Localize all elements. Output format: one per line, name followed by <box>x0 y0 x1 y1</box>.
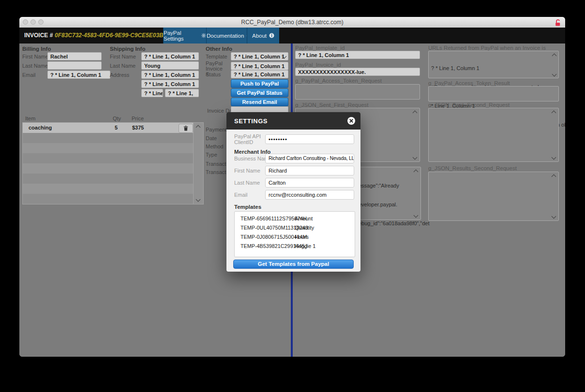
info-icon <box>269 33 274 38</box>
json-sent-first-label: g_JSON_Sent_First_Request <box>295 102 369 108</box>
shipping-last-name-field[interactable]: Young <box>141 61 199 70</box>
item-price-cell: $375 <box>132 125 144 131</box>
list-item[interactable]: TEMP-4B539821C2991645J Hoggie 1 <box>235 241 355 252</box>
urls-returned-textarea[interactable]: ? * Line 1, Column 1 Syntax error: value… <box>428 51 559 78</box>
last-name-field[interactable]: Carlton <box>265 178 354 188</box>
items-list: coaching 5 $375 <box>22 122 204 204</box>
get-paypal-status-button[interactable]: Get PayPal Status <box>231 88 288 97</box>
access-token-request-textarea[interactable] <box>295 84 420 100</box>
layout-body: Billing Info First Name Rachel Last Name… <box>19 44 565 357</box>
trash-icon <box>183 126 188 131</box>
titlebar[interactable]: RCC_PayPal_Demo (dbw13.atrcc.com) <box>19 17 565 28</box>
scroll-down-icon[interactable] <box>413 155 418 160</box>
last-name-label: Last Name <box>234 180 260 186</box>
close-icon[interactable] <box>347 116 356 125</box>
scroll-up-icon[interactable] <box>552 111 556 116</box>
json-sent-second-textarea[interactable] <box>428 108 559 162</box>
template-name: Hoggie 1 <box>295 243 315 249</box>
menu-documentation-label: Documentation <box>207 33 244 39</box>
items-header-item: Item <box>25 116 35 121</box>
paypal-template-id-label: PayPal_template_id <box>295 45 345 51</box>
paypal-template-id-field[interactable]: ? * Line 1, Column 1 <box>295 51 420 59</box>
billing-first-name-field[interactable]: Rachel <box>47 52 102 60</box>
payment-method-label: Method <box>206 144 224 149</box>
template-name: Quantity <box>295 225 314 231</box>
json-partial-text: essage":"Already eveloper.paypal. ebug_i… <box>359 170 430 239</box>
billing-heading: Billing Info <box>22 46 51 52</box>
items-header-price: Price <box>132 116 144 121</box>
window-title: RCC_PayPal_Demo (dbw13.atrcc.com) <box>19 19 565 26</box>
shipping-city-field[interactable]: ? * Line <box>141 89 163 97</box>
access-token-result-label: g_PayPal_Access_Token_Result <box>428 80 510 86</box>
unlocked-icon <box>555 19 561 26</box>
paypal-invoice-field[interactable]: ? * Line 1, Column 1 <box>231 62 288 70</box>
settings-dialog: SETTINGS PayPal API ClientID •••••••• Me… <box>226 112 360 272</box>
shipping-state-field[interactable]: ? * Line 1, <box>165 89 199 97</box>
scroll-down-icon[interactable] <box>196 197 201 202</box>
shipping-address1-field[interactable]: ? * Line 1, Column 1 <box>141 71 199 79</box>
json-sent-second-label: g_JSON_Sent_Second_Request <box>428 102 510 108</box>
screen: RCC_PayPal_Demo (dbw13.atrcc.com) INVOIC… <box>0 0 585 392</box>
status-field[interactable]: ? * Line 1, Column 1 <box>231 70 288 78</box>
table-row[interactable]: coaching 5 $375 <box>23 123 194 133</box>
shipping-first-name-label: First Name <box>110 54 136 59</box>
billing-last-name-label: Last Name <box>22 63 48 69</box>
items-header-qty: Qty <box>113 116 121 121</box>
menu-paypal-settings-label: PayPal Settings <box>164 30 199 42</box>
item-qty-cell: 5 <box>115 125 118 131</box>
template-select[interactable]: ? * Line 1, Column 1 <box>231 52 288 60</box>
invoice-label: INVOICE # <box>24 32 53 39</box>
shipping-first-name-field[interactable]: ? * Line 1, Column 1 <box>141 52 199 60</box>
template-name: Hours <box>295 234 309 240</box>
payment-date-label: Date <box>206 135 217 141</box>
client-id-password-field[interactable]: •••••••• <box>265 134 354 144</box>
scroll-up-icon[interactable] <box>196 125 201 130</box>
other-heading: Other Info <box>206 46 232 52</box>
billing-email-field[interactable]: ? * Line 1, Column 1 <box>47 71 110 79</box>
delete-item-button[interactable] <box>179 124 193 133</box>
menu-documentation[interactable]: Documentation <box>206 28 247 44</box>
paypal-invoice-id-field[interactable]: XXXXXXXXXXXXXXXX-lue. <box>295 68 420 76</box>
gear-icon <box>201 33 206 38</box>
json-results-second-textarea[interactable] <box>428 172 559 221</box>
items-scrollbar[interactable] <box>193 123 203 204</box>
template-name: Amount <box>295 216 313 221</box>
json-results-second-label: g_JSON_Results_Second_Request <box>428 165 517 171</box>
client-id-label: PayPal API ClientID <box>234 133 264 145</box>
first-name-label: First Name <box>234 168 260 174</box>
menu-paypal-settings[interactable]: PayPal Settings <box>163 28 206 44</box>
shipping-address2-field[interactable]: ? * Line 1, Column 1 <box>141 80 199 88</box>
menu-about[interactable]: About <box>247 28 279 44</box>
paypal-invoice-id-label: PayPal_Invoice_id <box>295 62 341 68</box>
scroll-down-icon[interactable] <box>552 155 556 160</box>
access-token-result-textarea[interactable] <box>428 86 559 102</box>
item-name-cell: coaching <box>29 125 52 131</box>
settings-dialog-title: SETTINGS <box>234 117 268 125</box>
app-window: RCC_PayPal_Demo (dbw13.atrcc.com) INVOIC… <box>19 17 565 357</box>
payment-type-label: Type <box>206 152 217 158</box>
scroll-down-icon[interactable] <box>552 214 556 219</box>
scroll-up-icon[interactable] <box>413 111 418 116</box>
email-field[interactable]: rccnv@rcconsulting.com <box>265 190 354 200</box>
shipping-heading: Shipping Info <box>110 46 145 52</box>
app-header: INVOICE # 0F83C732-4583-4FD6-9E99-C9CE5E… <box>19 28 565 44</box>
business-name-field[interactable]: Richard Carlton Consulting - Nevada, LLC <box>265 154 354 163</box>
billing-email-label: Email <box>22 72 36 78</box>
billing-first-name-label: First Name <box>22 54 48 59</box>
get-templates-button[interactable]: Get Templates from Paypal <box>233 260 354 269</box>
menu-about-label: About <box>252 33 267 39</box>
first-name-field[interactable]: Richard <box>265 166 354 175</box>
templates-list: TEMP-656961112S795674H Amount TEMP-0UL40… <box>234 211 355 257</box>
shipping-last-name-label: Last Name <box>110 63 135 69</box>
settings-dialog-header: SETTINGS <box>226 112 360 130</box>
template-label: Template <box>206 54 227 59</box>
scroll-up-icon[interactable] <box>552 174 556 179</box>
push-to-paypal-button[interactable]: Push to PayPal <box>231 79 288 88</box>
invoice-number: 0F83C732-4583-4FD6-9E99-C9CE5E03B9A6 <box>55 32 174 39</box>
status-label: Status <box>206 72 221 77</box>
billing-last-name-field[interactable] <box>47 61 102 70</box>
items-empty-rows <box>23 133 194 204</box>
email-label: Email <box>234 192 248 198</box>
resend-email-button[interactable]: Resend Email <box>231 98 288 106</box>
access-token-request-label: g_PayPal_Access_Token_Request <box>295 78 382 84</box>
